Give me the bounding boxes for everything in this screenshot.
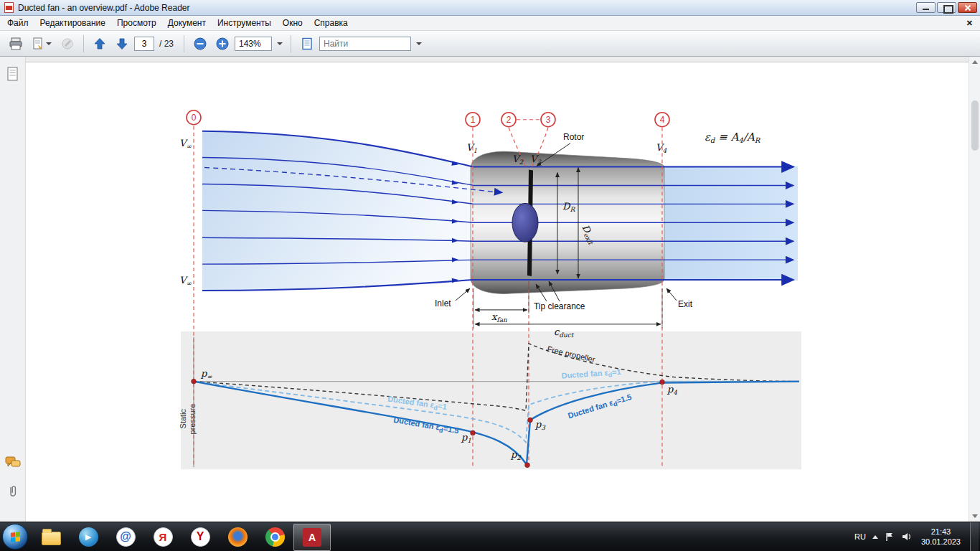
- scroll-up-icon[interactable]: [972, 60, 978, 64]
- ylabel-static: Static: [179, 408, 187, 428]
- epsilon-equation: εd≡A4/AR: [705, 131, 761, 144]
- station-3: 3: [546, 115, 551, 125]
- chevron-down-icon: [277, 42, 283, 45]
- find-dropdown-button[interactable]: [413, 37, 424, 51]
- find-input[interactable]: [319, 37, 411, 51]
- chevron-down-icon: [46, 42, 52, 45]
- scrollbar-thumb[interactable]: [971, 100, 979, 151]
- v-infinity-bottom-label: V∞: [179, 275, 192, 287]
- toolbar-separator: [83, 35, 84, 52]
- next-page-button[interactable]: [112, 34, 132, 54]
- adobe-reader-window: Ducted fan - an overview.pdf - Adobe Rea…: [0, 0, 980, 551]
- page-thumbnails-icon: [6, 67, 19, 83]
- menu-window[interactable]: Окно: [277, 16, 308, 30]
- taskbar-mail-agent[interactable]: @: [107, 522, 144, 551]
- adobe-reader-icon: A: [303, 528, 321, 547]
- tip-clearance-label: Tip clearance: [534, 301, 585, 311]
- clock-date: 30.01.2023: [921, 537, 961, 547]
- arrow-down-icon: [115, 37, 129, 51]
- content-area: 0 1 2 3 4 V∞ V∞ V1 V2 V3 V4: [0, 57, 980, 522]
- arrow-up-icon: [93, 37, 107, 51]
- windows-flag-icon: [11, 532, 20, 542]
- zoom-dropdown-button[interactable]: [274, 37, 285, 51]
- language-indicator[interactable]: RU: [854, 532, 866, 541]
- menubar: Файл Редактирование Просмотр Документ Ин…: [0, 16, 980, 31]
- menu-document[interactable]: Документ: [162, 16, 212, 30]
- zoom-level-field[interactable]: 143%: [235, 37, 272, 51]
- ylabel-pressure: pressure: [188, 404, 197, 435]
- menu-edit[interactable]: Редактирование: [34, 16, 111, 30]
- menu-help[interactable]: Справка: [308, 16, 354, 30]
- station-0: 0: [192, 113, 197, 123]
- media-player-icon: ▶: [79, 527, 98, 547]
- comments-icon: [5, 456, 21, 470]
- pressure-plot-panel: [181, 331, 801, 469]
- print-button[interactable]: [6, 34, 26, 54]
- menu-file[interactable]: Файл: [1, 16, 34, 30]
- v4-label: V4: [656, 142, 666, 154]
- maximize-button[interactable]: [937, 2, 956, 13]
- taskbar-clock[interactable]: 21:43 30.01.2023: [918, 527, 963, 547]
- menu-tools[interactable]: Инструменты: [212, 16, 277, 30]
- navigation-pane: [0, 57, 26, 522]
- station-markers: 0 1 2 3 4: [187, 110, 669, 127]
- taskbar-yandex[interactable]: Я: [144, 522, 182, 551]
- clock-time: 21:43: [931, 527, 951, 537]
- pages-panel-button[interactable]: [6, 67, 19, 85]
- chrome-icon: [265, 527, 285, 547]
- taskbar-firefox[interactable]: [219, 522, 256, 551]
- folder-icon: [42, 532, 61, 545]
- station-4: 4: [660, 115, 665, 125]
- toolbar-separator: [291, 35, 291, 52]
- zoom-in-button[interactable]: [212, 34, 232, 54]
- show-hidden-icons[interactable]: [872, 535, 878, 539]
- exit-jet: [664, 166, 798, 281]
- taskbar-media-player[interactable]: ▶: [70, 522, 107, 551]
- close-document-icon[interactable]: ✕: [966, 19, 973, 28]
- toolbar-separator: [184, 35, 184, 52]
- toolbar: / 23 143%: [0, 31, 980, 57]
- action-center-flag-icon[interactable]: [885, 532, 895, 542]
- minimize-button[interactable]: [916, 2, 936, 13]
- page-display-button[interactable]: [297, 34, 317, 54]
- window-title: Ducted fan - an overview.pdf - Adobe Rea…: [18, 3, 189, 13]
- vertical-scrollbar[interactable]: [969, 57, 980, 522]
- mail-agent-icon: @: [116, 527, 136, 547]
- rotor-label: Rotor: [563, 132, 584, 142]
- comments-panel-button[interactable]: [5, 456, 21, 473]
- cduct-label: cduct: [554, 326, 575, 339]
- taskbar: ▶ @ Я Y A RU 21:43 30.01.2023: [0, 522, 980, 551]
- page-top-gap: [26, 57, 969, 62]
- station-1: 1: [471, 115, 476, 125]
- yandex-icon: Я: [154, 527, 173, 547]
- xfan-label: xfan: [491, 311, 507, 324]
- pdf-file-icon: [4, 2, 14, 13]
- inlet-label: Inlet: [435, 298, 451, 309]
- printer-icon: [9, 37, 23, 51]
- taskbar-explorer[interactable]: [32, 522, 70, 551]
- document-action-icon: [32, 37, 44, 51]
- close-button[interactable]: [958, 2, 977, 13]
- page-number-input[interactable]: [134, 37, 154, 51]
- taskbar-adobe-reader[interactable]: A: [293, 524, 331, 551]
- menu-view[interactable]: Просмотр: [111, 16, 162, 30]
- disabled-tool-button: [57, 34, 77, 54]
- zoom-out-button[interactable]: [190, 34, 210, 54]
- scroll-down-icon[interactable]: [972, 514, 978, 518]
- station-2: 2: [507, 115, 512, 125]
- page-total-label: / 23: [159, 39, 174, 49]
- v-infinity-top-label: V∞: [179, 138, 192, 150]
- v1-label: V1: [466, 142, 477, 154]
- start-button[interactable]: [2, 524, 28, 550]
- paperclip-icon: [6, 484, 19, 499]
- show-desktop-button[interactable]: [970, 522, 979, 551]
- attachments-panel-button[interactable]: [6, 484, 19, 501]
- exit-label: Exit: [678, 299, 693, 309]
- taskbar-chrome[interactable]: [256, 522, 293, 551]
- page-layout-icon: [300, 37, 314, 51]
- previous-page-button[interactable]: [90, 34, 110, 54]
- volume-icon[interactable]: [901, 532, 912, 542]
- zoom-level-value: 143%: [239, 39, 261, 49]
- taskbar-yandex-browser[interactable]: Y: [182, 522, 219, 551]
- share-button[interactable]: [28, 34, 55, 54]
